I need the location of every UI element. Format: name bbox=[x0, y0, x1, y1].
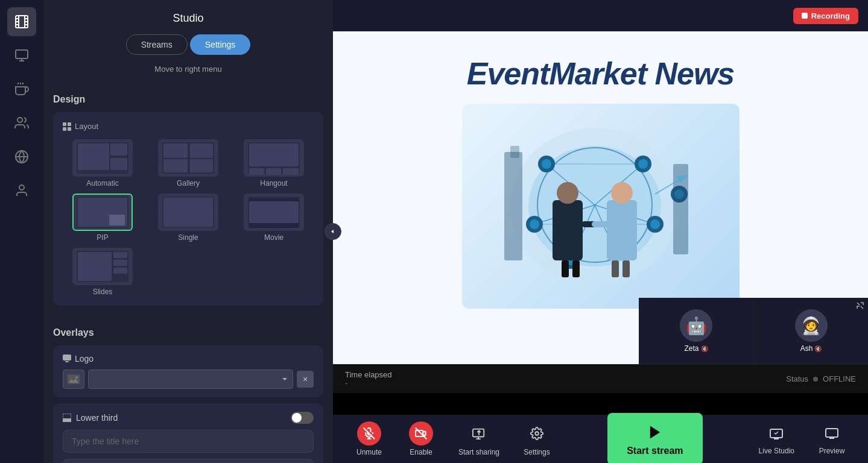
svg-rect-28 bbox=[163, 143, 188, 158]
recording-badge[interactable]: Recording bbox=[793, 8, 858, 24]
svg-point-18 bbox=[19, 185, 24, 190]
main-area: Recording EventMarket News bbox=[333, 0, 868, 463]
svg-rect-22 bbox=[68, 127, 71, 131]
svg-marker-103 bbox=[650, 426, 660, 439]
enable-icon bbox=[409, 421, 433, 446]
layout-pip[interactable]: PIP bbox=[63, 194, 142, 242]
logo-row: Logo bbox=[63, 354, 314, 364]
preview-button[interactable]: Preview bbox=[808, 418, 856, 460]
participant-ash: 🧑‍🚀 Ash 🔇 bbox=[753, 298, 868, 364]
logo-dropdown[interactable] bbox=[88, 370, 293, 389]
svg-rect-107 bbox=[826, 429, 838, 437]
layout-thumb-pip bbox=[72, 194, 133, 231]
collapse-panel-button[interactable] bbox=[325, 223, 341, 240]
dropdown-chevron-icon bbox=[282, 377, 288, 381]
layout-label-single: Single bbox=[178, 233, 198, 242]
layout-gallery[interactable]: Gallery bbox=[148, 139, 228, 187]
svg-rect-45 bbox=[249, 223, 299, 228]
layout-hangout[interactable]: Hangout bbox=[234, 139, 314, 187]
svg-point-73 bbox=[530, 219, 539, 229]
logo-icon bbox=[63, 354, 71, 363]
start-stream-button[interactable]: Start stream bbox=[607, 413, 702, 463]
lower-third-title-input[interactable] bbox=[63, 430, 314, 453]
layout-thumb-slides bbox=[72, 248, 133, 285]
sidebar-item-coffee[interactable] bbox=[7, 75, 36, 104]
time-elapsed-value: - bbox=[345, 379, 392, 388]
svg-rect-19 bbox=[63, 122, 66, 126]
expand-button[interactable] bbox=[856, 301, 864, 312]
participant-zeta-avatar: 🤖 bbox=[680, 309, 712, 342]
svg-rect-52 bbox=[65, 361, 69, 362]
toolbar-left: Unmute Enable bbox=[345, 417, 561, 461]
lower-third-toggle[interactable] bbox=[291, 412, 314, 424]
start-sharing-label: Start sharing bbox=[458, 448, 499, 456]
move-to-right-menu[interactable]: Move to right menu bbox=[43, 62, 333, 81]
lower-third-left: Lower third bbox=[63, 413, 118, 423]
live-studio-label: Live Studio bbox=[759, 447, 794, 455]
ash-muted-icon: 🔇 bbox=[814, 345, 822, 352]
svg-point-102 bbox=[535, 432, 539, 435]
sidebar-item-film[interactable] bbox=[7, 7, 36, 36]
participant-zeta-name: Zeta 🔇 bbox=[684, 344, 708, 353]
lower-third-title: Lower third bbox=[76, 413, 118, 423]
svg-rect-29 bbox=[190, 143, 213, 158]
layout-single[interactable]: Single bbox=[148, 194, 228, 242]
svg-rect-34 bbox=[249, 168, 264, 175]
svg-rect-49 bbox=[113, 260, 127, 266]
svg-rect-83 bbox=[572, 260, 580, 277]
sidebar-item-users[interactable] bbox=[7, 109, 36, 137]
svg-rect-51 bbox=[63, 354, 71, 361]
enable-label: Enable bbox=[410, 448, 432, 456]
svg-rect-43 bbox=[249, 201, 299, 223]
toolbar-right: Live Studio Preview bbox=[749, 418, 856, 460]
svg-rect-92 bbox=[673, 164, 688, 254]
status-dot bbox=[813, 377, 818, 382]
participant-zeta: 🤖 Zeta 🔇 bbox=[639, 298, 753, 364]
settings-icon bbox=[525, 421, 549, 446]
layout-label-pip: PIP bbox=[97, 233, 108, 242]
logo-card: Logo × bbox=[53, 345, 323, 397]
logo-controls: × bbox=[63, 370, 314, 389]
svg-rect-26 bbox=[110, 158, 127, 170]
tab-settings[interactable]: Settings bbox=[190, 34, 251, 55]
unmute-button[interactable]: Unmute bbox=[345, 417, 393, 461]
svg-rect-25 bbox=[110, 143, 127, 156]
layout-automatic[interactable]: Automatic bbox=[63, 139, 142, 187]
svg-point-71 bbox=[638, 159, 648, 169]
svg-rect-48 bbox=[113, 252, 127, 258]
layout-slides[interactable]: Slides bbox=[63, 248, 142, 296]
sidebar-item-globe[interactable] bbox=[7, 142, 36, 171]
layout-label-hangout: Hangout bbox=[260, 179, 287, 187]
live-studio-button[interactable]: Live Studio bbox=[749, 418, 804, 460]
sidebar-item-monitor[interactable] bbox=[7, 41, 36, 70]
settings-button[interactable]: Settings bbox=[513, 417, 561, 461]
layout-label-automatic: Automatic bbox=[86, 179, 118, 187]
svg-rect-9 bbox=[16, 50, 28, 58]
svg-point-69 bbox=[542, 159, 551, 169]
logo-clear-button[interactable]: × bbox=[297, 371, 314, 388]
logo-placeholder-icon bbox=[68, 374, 80, 384]
overlays-section: Overlays Logo × bbox=[43, 320, 333, 463]
participants-row: 🤖 Zeta 🔇 🧑‍🚀 Ash 🔇 bbox=[639, 298, 868, 364]
svg-rect-56 bbox=[63, 418, 71, 422]
black-bar bbox=[333, 393, 868, 415]
lower-third-header: Lower third bbox=[63, 412, 314, 424]
svg-rect-35 bbox=[266, 168, 281, 175]
svg-rect-30 bbox=[163, 159, 188, 172]
sidebar-item-team[interactable] bbox=[7, 176, 36, 205]
svg-rect-31 bbox=[190, 159, 213, 172]
start-sharing-button[interactable]: Start sharing bbox=[449, 417, 509, 461]
layout-thumb-hangout bbox=[244, 139, 304, 177]
svg-rect-91 bbox=[510, 146, 519, 158]
participant-ash-name: Ash 🔇 bbox=[800, 344, 822, 353]
tab-row: Streams Settings bbox=[43, 34, 333, 55]
enable-button[interactable]: Enable bbox=[397, 417, 445, 461]
svg-point-81 bbox=[557, 182, 578, 204]
lower-third-card: Lower third bbox=[53, 403, 323, 463]
panel-title: Studio bbox=[43, 12, 333, 25]
svg-rect-44 bbox=[249, 198, 299, 201]
time-elapsed-label: Time elapsed bbox=[345, 370, 392, 379]
tab-streams[interactable]: Streams bbox=[126, 34, 188, 55]
lower-third-message-input[interactable] bbox=[63, 459, 314, 463]
layout-movie[interactable]: Movie bbox=[234, 194, 314, 242]
